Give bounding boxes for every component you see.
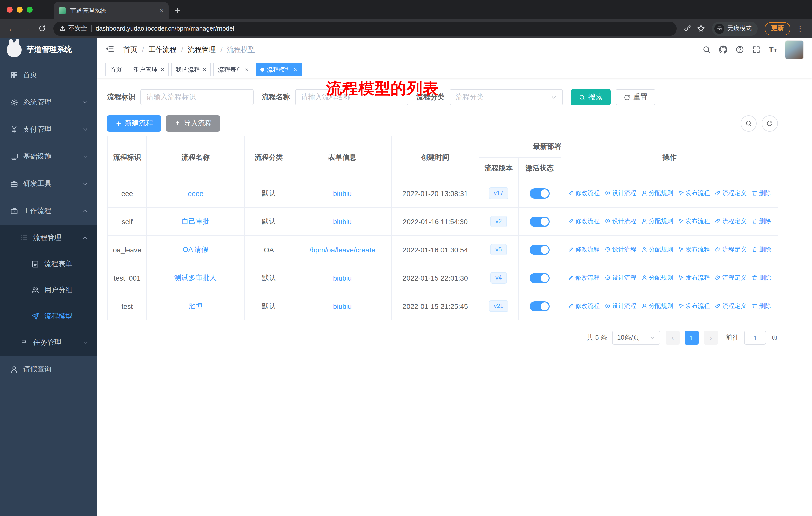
address-bar[interactable]: 不安全 dashboard.yudao.iocoder.cn/bpm/manag…: [53, 21, 676, 35]
action-publish[interactable]: 发布流程: [678, 217, 710, 226]
process-name-link[interactable]: 滔博: [188, 302, 203, 310]
close-tag-icon[interactable]: ×: [294, 66, 297, 73]
browser-menu-icon[interactable]: ⋮: [796, 24, 804, 33]
sidebar-item-infra[interactable]: 基础设施: [0, 143, 97, 170]
sidebar-item-devtools[interactable]: 研发工具: [0, 170, 97, 197]
back-icon[interactable]: ←: [5, 24, 18, 33]
page-size-select[interactable]: 10条/页: [612, 331, 661, 345]
action-definition[interactable]: 流程定义: [715, 245, 747, 254]
github-icon[interactable]: [719, 45, 727, 54]
action-definition[interactable]: 流程定义: [715, 302, 747, 310]
password-key-icon[interactable]: [684, 24, 691, 33]
action-edit[interactable]: 修改流程: [568, 302, 600, 310]
forward-icon[interactable]: →: [20, 24, 33, 33]
hide-search-button[interactable]: [741, 115, 757, 132]
fullscreen-icon[interactable]: [752, 45, 761, 54]
sidebar-item-bpm-form[interactable]: 流程表单: [0, 251, 97, 277]
action-edit[interactable]: 修改流程: [568, 189, 600, 197]
breadcrumb-item[interactable]: 工作流程: [148, 45, 177, 54]
process-form-link[interactable]: biubiu: [333, 189, 352, 197]
goto-page-input[interactable]: 1: [744, 331, 766, 345]
action-definition[interactable]: 流程定义: [715, 217, 747, 226]
refresh-table-button[interactable]: [762, 115, 778, 132]
sidebar-item-system[interactable]: 系统管理: [0, 89, 97, 116]
collapse-sidebar-icon[interactable]: [105, 44, 114, 55]
sidebar-item-task-manage[interactable]: 任务管理: [0, 330, 97, 356]
page-number-1[interactable]: 1: [685, 331, 699, 345]
avatar[interactable]: [785, 40, 804, 59]
process-form-link[interactable]: biubiu: [333, 217, 352, 225]
action-assign[interactable]: 分配规则: [641, 245, 673, 254]
action-delete[interactable]: 删除: [752, 245, 771, 254]
question-icon[interactable]: [735, 45, 744, 54]
tag-home[interactable]: 首页: [105, 63, 126, 76]
close-tab-icon[interactable]: ×: [160, 6, 164, 15]
sidebar-item-home[interactable]: 首页: [0, 61, 97, 89]
close-tag-icon[interactable]: ×: [203, 66, 206, 73]
sidebar-item-user-group[interactable]: 用户分组: [0, 277, 97, 303]
prev-page-button[interactable]: ‹: [666, 331, 679, 345]
action-assign[interactable]: 分配规则: [641, 302, 673, 310]
action-design[interactable]: 设计流程: [605, 189, 636, 197]
sidebar-logo[interactable]: 芋道管理系统: [0, 38, 97, 61]
process-category-select[interactable]: 流程分类: [450, 89, 563, 105]
action-design[interactable]: 设计流程: [605, 245, 636, 254]
action-design[interactable]: 设计流程: [605, 274, 636, 282]
process-form-link[interactable]: biubiu: [333, 302, 352, 310]
process-form-link[interactable]: biubiu: [333, 274, 352, 282]
create-process-button[interactable]: 新建流程: [107, 115, 161, 132]
action-edit[interactable]: 修改流程: [568, 217, 600, 226]
font-size-icon[interactable]: TT: [769, 46, 777, 54]
action-publish[interactable]: 发布流程: [678, 245, 710, 254]
tag-process-form[interactable]: 流程表单×: [213, 63, 253, 76]
minimize-window-button[interactable]: [17, 6, 23, 12]
process-name-link[interactable]: eeee: [188, 189, 203, 197]
action-design[interactable]: 设计流程: [605, 217, 636, 226]
active-toggle[interactable]: [529, 216, 550, 226]
version-badge[interactable]: v21: [489, 301, 509, 312]
update-button[interactable]: 更新: [765, 22, 790, 35]
process-form-link[interactable]: /bpm/oa/leave/create: [309, 246, 375, 254]
browser-tab[interactable]: 芋道管理系统 ×: [54, 2, 169, 19]
new-tab-button[interactable]: +: [175, 5, 180, 16]
action-publish[interactable]: 发布流程: [678, 302, 710, 310]
tag-tenant[interactable]: 租户管理×: [129, 63, 169, 76]
action-assign[interactable]: 分配规则: [641, 217, 673, 226]
sidebar-item-workflow[interactable]: 工作流程: [0, 197, 97, 225]
incognito-badge[interactable]: 无痕模式: [712, 21, 758, 35]
action-assign[interactable]: 分配规则: [641, 189, 673, 197]
action-publish[interactable]: 发布流程: [678, 189, 710, 197]
breadcrumb-item[interactable]: 首页: [123, 45, 138, 54]
process-name-link[interactable]: 测试多审批人: [174, 273, 217, 281]
action-delete[interactable]: 删除: [752, 189, 771, 197]
close-window-button[interactable]: [6, 6, 12, 12]
sidebar-item-bpm-manage[interactable]: 流程管理: [0, 225, 97, 251]
bookmark-star-icon[interactable]: [697, 24, 705, 33]
tag-process-model[interactable]: 流程模型×: [256, 63, 302, 76]
active-toggle[interactable]: [529, 245, 550, 255]
import-process-button[interactable]: 导入流程: [166, 115, 220, 132]
active-toggle[interactable]: [529, 301, 550, 311]
action-definition[interactable]: 流程定义: [715, 189, 747, 197]
close-tag-icon[interactable]: ×: [245, 66, 249, 73]
sidebar-item-leave-query[interactable]: 请假查询: [0, 356, 97, 383]
action-delete[interactable]: 删除: [752, 302, 771, 310]
version-badge[interactable]: v4: [490, 272, 507, 284]
sidebar-item-bpm-model[interactable]: 流程模型: [0, 303, 97, 330]
search-button[interactable]: 搜索: [571, 89, 611, 105]
version-badge[interactable]: v17: [489, 188, 509, 199]
process-name-link[interactable]: 自己审批: [181, 217, 210, 225]
close-tag-icon[interactable]: ×: [161, 66, 164, 73]
action-publish[interactable]: 发布流程: [678, 274, 710, 282]
security-chip[interactable]: 不安全: [59, 24, 87, 33]
action-definition[interactable]: 流程定义: [715, 274, 747, 282]
zoom-window-button[interactable]: [27, 6, 33, 12]
version-badge[interactable]: v2: [490, 216, 507, 227]
search-icon[interactable]: [702, 45, 711, 54]
action-assign[interactable]: 分配规则: [641, 274, 673, 282]
breadcrumb-item[interactable]: 流程管理: [188, 45, 216, 54]
process-key-input[interactable]: 请输入流程标识: [141, 89, 254, 105]
active-toggle[interactable]: [529, 273, 550, 283]
next-page-button[interactable]: ›: [704, 331, 718, 345]
active-toggle[interactable]: [529, 188, 550, 198]
